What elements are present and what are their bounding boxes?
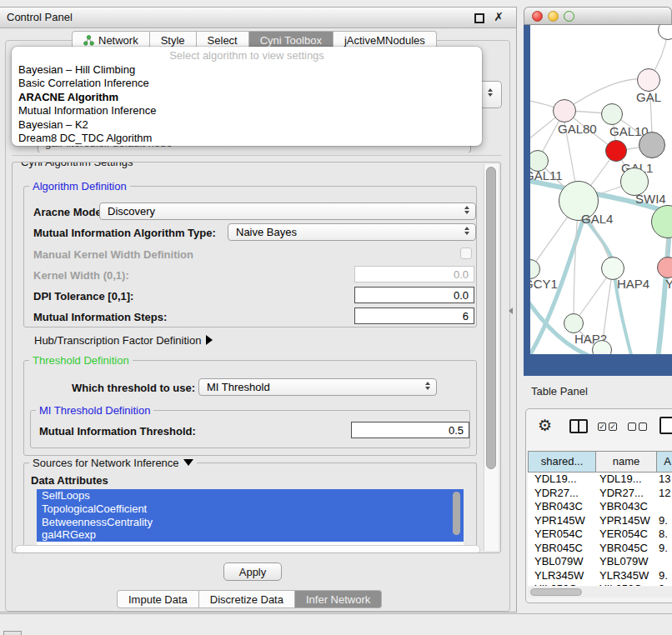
column-browser-icon[interactable]	[569, 419, 588, 433]
kernel-width-field[interactable]: 0.0	[354, 266, 474, 282]
table-cell: YER054C	[594, 528, 655, 542]
table-row[interactable]: YBL079WYBL079W	[528, 555, 672, 569]
attribute-item-gal4rgexp[interactable]: gal4RGexp	[37, 528, 464, 542]
algorithm-option-aracne-algorithm[interactable]: ARACNE Algorithm	[12, 91, 482, 104]
close-button[interactable]	[532, 11, 543, 22]
table-row[interactable]: YBR043CYBR043C	[528, 500, 672, 514]
table-cell: YBR043C	[594, 500, 655, 514]
hidden-table-combo-sliver: galFiltered.sif default node	[38, 145, 471, 152]
unchecked-box-icon	[639, 422, 647, 431]
dpi-tolerance-label: DPI Tolerance [0,1]:	[33, 290, 133, 302]
gear-icon[interactable]: ⚙	[538, 416, 552, 435]
attribute-item-topologicalcoefficient[interactable]: TopologicalCoefficient	[37, 502, 464, 516]
mi-threshold-field[interactable]: 0.5	[351, 422, 469, 438]
table-row[interactable]: YDR27...YDR27...12	[528, 487, 672, 501]
algorithm-option-dream8-dc-tdc-algorithm[interactable]: Dream8 DC_TDC Algorithm	[12, 132, 482, 145]
desktop: Control Panel ✗ NetworkStyleSelectCyni T…	[0, 0, 672, 635]
stepper-icon	[488, 88, 493, 97]
tab-infer-network[interactable]: Infer Network	[295, 590, 382, 608]
algorithm-option-mutual-information-inference[interactable]: Mutual Information Inference	[12, 104, 482, 118]
collapse-arrow-icon	[183, 459, 193, 466]
page-icon[interactable]	[659, 417, 672, 434]
network-node-label: GCY1	[530, 277, 558, 291]
tab-label: jActiveMNodules	[344, 34, 425, 47]
table-cell: YPR145W	[594, 514, 655, 528]
network-node-label: HAP4	[617, 277, 649, 291]
table-horizontal-scrollbar[interactable]	[528, 587, 672, 598]
sources-group: Sources for Network Inference Data Attri…	[23, 462, 477, 551]
settings-horizontal-scrollbar-thumb[interactable]	[15, 545, 480, 553]
network-tab-icon	[83, 35, 94, 46]
table-column-header-shared[interactable]: shared...	[529, 452, 595, 472]
network-node[interactable]	[639, 132, 665, 158]
table-cell: YPR145W	[528, 514, 594, 528]
dpi-tolerance-field[interactable]: 0.0	[354, 287, 474, 303]
algorithm-option-bayesian-hill-climbing[interactable]: Bayesian – Hill Climbing	[12, 63, 482, 77]
network-node-gal80[interactable]	[553, 99, 576, 122]
table-cell: YDL19...	[594, 472, 655, 487]
mi-type-select[interactable]: Naive Bayes	[228, 223, 476, 241]
table-cell: YBL079W	[594, 555, 655, 569]
attribute-item-betweennesscentrality[interactable]: BetweennessCentrality	[37, 516, 464, 529]
control-panel-window: Control Panel ✗ NetworkStyleSelectCyni T…	[0, 7, 517, 612]
algorithm-option-basic-correlation-inference[interactable]: Basic Correlation Inference	[12, 77, 482, 90]
table-cell: YDR27...	[594, 487, 655, 501]
bottom-partial-button[interactable]	[3, 631, 22, 635]
table-row[interactable]: YIL052CYIL052C9	[528, 582, 672, 586]
unselect-all-columns-icon[interactable]	[628, 422, 647, 431]
network-node-gal10[interactable]	[601, 103, 623, 125]
zoom-button[interactable]	[564, 11, 574, 22]
table-cell: 9.	[655, 542, 672, 556]
apply-button[interactable]: Apply	[223, 562, 282, 581]
network-node-label: GAL11	[530, 168, 563, 182]
table-row[interactable]: YDL19...YDL19...13	[528, 472, 672, 487]
threshold-definition-group: Threshold Definition Which threshold to …	[23, 360, 477, 456]
network-canvas[interactable]: GALGAL80GAL10GAL1GAL11SWI4GAL4GCY1HAP4YH…	[530, 25, 672, 354]
which-threshold-select[interactable]: MI Threshold	[198, 378, 437, 396]
control-panel-titlebar: Control Panel ✗	[0, 8, 516, 28]
table-row[interactable]: YBR045CYBR045C9.	[528, 542, 672, 556]
table-horizontal-scrollbar-thumb[interactable]	[530, 588, 582, 596]
table-cell	[655, 500, 672, 514]
manual-kernel-checkbox[interactable]	[460, 248, 472, 259]
list-scrollbar-thumb[interactable]	[453, 492, 460, 535]
table-column-header-a[interactable]: A	[656, 452, 672, 472]
table-cell: YLR345W	[528, 569, 594, 583]
settings-vertical-scrollbar-thumb[interactable]	[486, 167, 496, 469]
minimize-button[interactable]	[548, 11, 559, 22]
close-icon[interactable]: ✗	[494, 10, 504, 23]
tab-discretize-data[interactable]: Discretize Data	[199, 590, 295, 608]
split-pane-collapse-icon[interactable]	[509, 308, 513, 314]
attribute-item-selfloops[interactable]: SelfLoops	[37, 489, 464, 502]
table-column-header-name[interactable]: name	[595, 452, 656, 472]
mi-type-label: Mutual Information Algorithm Type:	[33, 227, 216, 239]
unchecked-box-icon	[628, 422, 636, 431]
table-cell: YBR045C	[594, 542, 655, 556]
table-cell: 9	[655, 582, 672, 586]
tab-impute-data[interactable]: Impute Data	[117, 590, 199, 608]
table-row[interactable]: YPR145WYPR145W9.	[528, 514, 672, 528]
stepper-icon	[425, 382, 430, 390]
settings-vertical-scrollbar[interactable]	[484, 164, 499, 551]
algorithm-option-bayesian-k2[interactable]: Bayesian – K2	[12, 118, 482, 132]
which-threshold-value: MI Threshold	[207, 381, 270, 393]
float-button[interactable]	[474, 13, 484, 23]
sources-title-text: Sources for Network Inference	[33, 457, 179, 469]
network-view-window: GALGAL80GAL10GAL1GAL11SWI4GAL4GCY1HAP4YH…	[524, 7, 672, 376]
select-all-columns-icon[interactable]: ✓ ✓	[598, 422, 617, 431]
sources-title[interactable]: Sources for Network Inference	[29, 457, 197, 469]
tab-label: Style	[161, 34, 185, 47]
aracne-mode-select[interactable]: Discovery	[99, 202, 476, 220]
tab-label: Select	[208, 34, 238, 47]
network-node-hap2[interactable]	[564, 313, 584, 333]
network-node-label: GAL	[636, 90, 661, 104]
settings-group-title: Cyni Algorithm Settings	[18, 162, 136, 168]
network-node-label: GAL4	[581, 212, 613, 226]
hub-definition-expander[interactable]: Hub/Transcription Factor Definition	[34, 334, 213, 347]
table-row[interactable]: YER054CYER054C8.	[528, 528, 672, 542]
network-node-gal[interactable]	[637, 68, 660, 92]
network-node[interactable]	[592, 340, 612, 354]
network-node-gal1[interactable]	[605, 140, 627, 162]
table-row[interactable]: YLR345WYLR345W9.	[528, 569, 672, 583]
mi-steps-field[interactable]: 6	[354, 308, 474, 324]
